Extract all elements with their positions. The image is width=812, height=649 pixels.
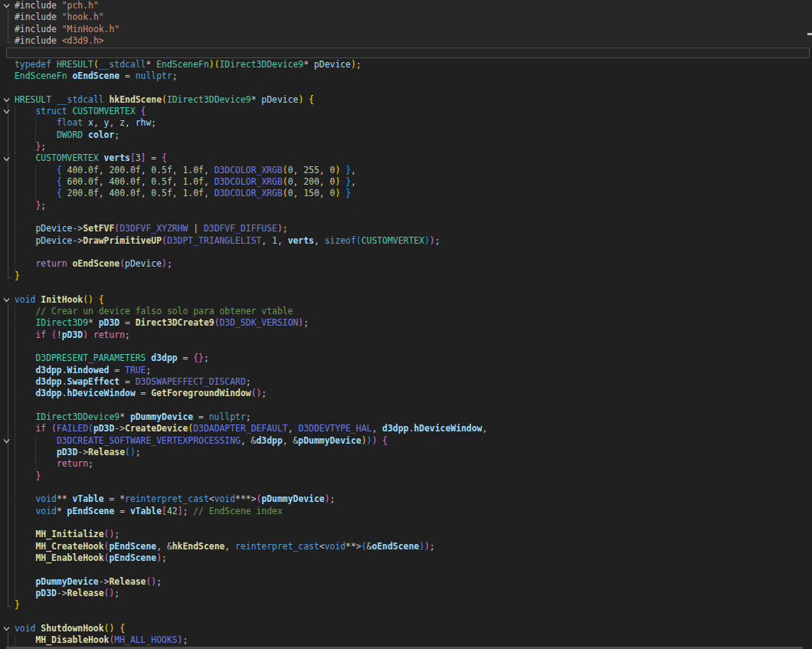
code-token: ; — [41, 200, 46, 211]
code-token: 400.0f — [67, 165, 99, 175]
code-token: #include — [15, 24, 57, 34]
code-token: IDirect3DDevice9 — [220, 59, 304, 70]
code-token: ) — [277, 223, 283, 234]
fold-chevron-icon[interactable] — [2, 435, 11, 447]
code-token: , — [125, 117, 136, 128]
code-token: = — [120, 376, 136, 387]
code-token: 200.0f — [109, 165, 140, 175]
indent-guide — [15, 176, 16, 188]
code-token: 255 — [303, 165, 319, 175]
code-token: = — [193, 411, 209, 422]
code-token: x — [88, 117, 93, 128]
code-token: = — [120, 70, 136, 81]
code-line: return oEndScene(pDevice); — [35, 258, 172, 270]
code-token: Windowed — [67, 365, 110, 375]
code-token: . — [62, 376, 67, 387]
code-token: , — [204, 165, 214, 175]
code-line: struct CUSTOMVERTEX { — [35, 106, 146, 117]
code-line: } — [15, 270, 20, 282]
code-token: ; — [114, 529, 120, 539]
code-token: ; — [88, 458, 93, 469]
indent-guide — [35, 458, 37, 470]
code-token: 0.5f — [151, 176, 172, 187]
code-token: = — [146, 152, 162, 163]
code-token: , — [482, 423, 487, 434]
indent-guide — [15, 529, 16, 540]
code-token: ) — [424, 235, 430, 246]
code-editor[interactable]: #include "pch.h"#include "hook.h"#includ… — [0, 0, 812, 649]
code-token: , — [351, 176, 356, 187]
code-token: , — [372, 423, 382, 434]
code-token: , — [277, 235, 288, 246]
code-token: , — [93, 117, 104, 128]
code-token: MH_CreateHook — [35, 541, 103, 552]
code-token: ( — [88, 423, 93, 434]
code-token: "MinHook.h" — [62, 24, 120, 34]
fold-chevron-icon[interactable] — [2, 152, 11, 164]
code-line: // Crear un device falso solo para obten… — [35, 306, 293, 317]
code-token: 400.0f — [109, 188, 140, 198]
code-token: -> — [114, 423, 125, 434]
code-token: pDummyDevice — [261, 493, 324, 504]
code-token: ** — [57, 493, 73, 504]
code-token: ) — [424, 541, 430, 552]
indent-guide — [15, 482, 16, 493]
code-token: pD3D — [99, 317, 120, 328]
code-token: pDummyDevice — [130, 411, 193, 422]
code-token: < — [209, 493, 214, 504]
code-token — [57, 11, 62, 22]
code-line: D3DPRESENT_PARAMETERS d3dpp = {}; — [35, 352, 208, 364]
code-token: DWORD — [57, 129, 83, 140]
code-token: TRUE — [125, 365, 146, 375]
code-token — [136, 106, 141, 116]
code-token: 0.5f — [151, 165, 172, 175]
code-token: ; — [246, 411, 251, 422]
fold-range-guide-bend — [8, 42, 11, 43]
code-token: pEndScene — [67, 506, 115, 516]
code-token: , — [351, 165, 356, 175]
code-token: , & — [241, 435, 257, 446]
fold-range-guide-bend — [8, 277, 11, 278]
code-token: D3DPT_TRIANGLELIST — [167, 235, 261, 246]
fold-chevron-icon[interactable] — [2, 294, 11, 306]
code-token: -> — [57, 588, 67, 598]
code-token: __stdcall — [99, 59, 146, 70]
code-token: -> — [72, 235, 83, 246]
code-token: ( — [51, 329, 57, 340]
indent-guide — [15, 317, 16, 329]
code-token: ; — [136, 447, 141, 457]
code-token: d3dpp — [256, 435, 282, 446]
code-token: HRESULT — [15, 94, 51, 105]
code-token: , — [99, 176, 110, 187]
code-token: if — [35, 329, 46, 340]
indent-guide — [15, 506, 16, 517]
code-token: void — [325, 541, 345, 552]
code-token: () — [83, 294, 93, 305]
code-token: ; — [114, 129, 120, 140]
indent-guide — [35, 447, 37, 458]
code-token: * — [146, 59, 156, 70]
indent-guide — [15, 447, 16, 458]
code-token: sizeof — [325, 235, 356, 246]
code-token: pDevice — [314, 59, 351, 70]
fold-range-guide-bend — [8, 606, 11, 607]
code-token: ShutdownHook — [41, 623, 103, 634]
fold-chevron-icon[interactable] — [2, 94, 11, 106]
fold-chevron-icon[interactable] — [2, 0, 11, 11]
code-line: pDevice->DrawPrimitiveUP(D3DPT_TRIANGLEL… — [35, 235, 440, 247]
indent-guide — [15, 376, 16, 388]
code-token: , — [293, 165, 304, 175]
code-token: void — [35, 506, 56, 516]
fold-chevron-icon[interactable] — [2, 106, 11, 117]
code-token: 0 — [288, 188, 293, 198]
code-line: pD3D->Release(); — [57, 447, 141, 458]
code-token: // EndScene index — [193, 506, 283, 516]
code-token: , — [172, 165, 183, 175]
code-token: , — [319, 188, 330, 198]
code-token: } — [15, 270, 20, 281]
fold-chevron-icon[interactable] — [2, 623, 11, 634]
code-token: ; — [435, 235, 440, 246]
indent-guide — [15, 341, 16, 352]
code-line: void** vTable = *reinterpret_cast<void**… — [35, 493, 335, 505]
code-line: pDummyDevice->Release(); — [35, 576, 162, 588]
